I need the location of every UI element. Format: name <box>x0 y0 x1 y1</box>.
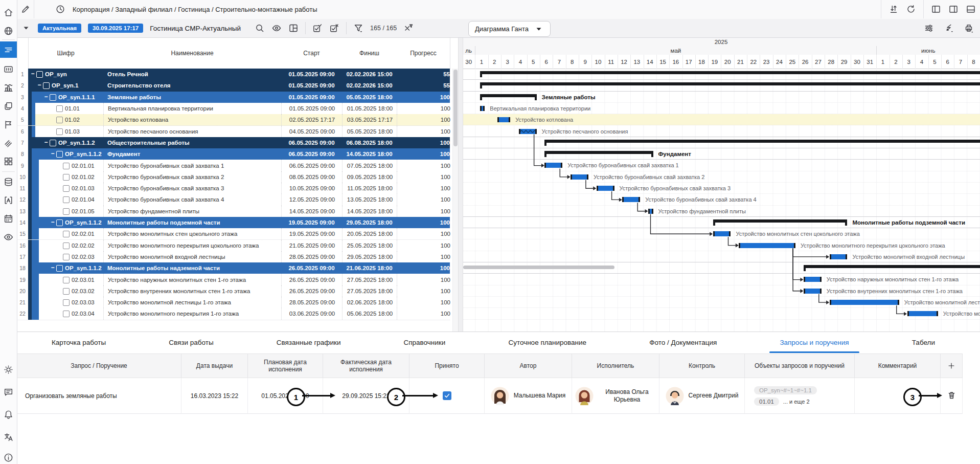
gantt-bar-task-17[interactable] <box>830 254 848 259</box>
gantt-bar-task-6[interactable] <box>519 129 537 134</box>
chevron-down-icon[interactable] <box>21 23 31 33</box>
gantt-bar-task-16[interactable] <box>739 243 795 248</box>
sidebar-item-apps[interactable] <box>0 153 17 169</box>
table-scrollbar-thumb[interactable] <box>453 70 458 146</box>
gantt-bar-summary-2[interactable] <box>480 82 980 85</box>
task-row-14[interactable]: 14−OP_syn.1.1.2Монолитные работы подземн… <box>17 217 458 228</box>
sync-icon[interactable] <box>888 4 899 14</box>
tab-7[interactable]: Запросы и поручения <box>768 332 860 353</box>
tab-3[interactable]: Связанные графики <box>265 332 352 353</box>
row-checkbox[interactable] <box>56 117 63 123</box>
gantt-bar-task-20[interactable] <box>804 289 822 294</box>
collapse-toggle[interactable]: − <box>30 70 35 77</box>
row-checkbox[interactable] <box>43 82 50 89</box>
column-header-1[interactable]: Шифр <box>28 37 104 69</box>
collapse-toggle[interactable]: − <box>37 81 42 89</box>
panel-splitter[interactable] <box>458 19 463 332</box>
sidebar-item-copy[interactable] <box>0 98 17 114</box>
task-row-4[interactable]: 401.01Вертикальная планировка территории… <box>17 103 458 114</box>
gantt-settings-icon[interactable] <box>924 23 934 33</box>
task-row-22[interactable]: 2202.03.04Устройство монолитного перекры… <box>17 308 458 319</box>
refresh-icon[interactable] <box>906 4 916 14</box>
delete-order-button[interactable] <box>946 389 958 403</box>
gantt-bar-summary-8[interactable] <box>544 151 653 154</box>
sidebar-item-resources[interactable] <box>0 79 17 96</box>
task-row-9[interactable]: 902.01.01Устройство буронабивных свай за… <box>17 160 458 171</box>
task-row-10[interactable]: 1002.01.02Устройство буронабивных свай з… <box>17 171 458 183</box>
gantt-bar-summary-3[interactable] <box>480 94 537 97</box>
gantt-bar-task-19[interactable] <box>804 277 822 282</box>
task-row-3[interactable]: 3−OP_syn.1.1.1Земляные работы01.05.2025 … <box>17 92 458 103</box>
task-row-15[interactable]: 1502.02.01Устройство монолитных стен цок… <box>17 228 458 239</box>
tab-2[interactable]: Связи работы <box>157 332 224 353</box>
sidebar-item-label[interactable] <box>0 192 17 208</box>
gantt-bar-task-11[interactable] <box>597 186 614 191</box>
tab-5[interactable]: Суточное планирование <box>497 332 598 353</box>
row-checkbox[interactable] <box>56 105 63 112</box>
row-checkbox[interactable] <box>63 208 70 215</box>
task-row-11[interactable]: 1102.01.03Устройство буронабивных свай з… <box>17 183 458 194</box>
sidebar-item-info[interactable] <box>0 449 17 464</box>
row-checkbox[interactable] <box>63 163 70 169</box>
column-header-5[interactable]: Прогресс <box>397 37 450 69</box>
task-row-6[interactable]: 601.03Устройство песчаного основания04.0… <box>17 126 458 137</box>
print-icon[interactable] <box>964 23 974 33</box>
task-row-16[interactable]: 1602.02.02Устройство монолитного перекры… <box>17 240 458 251</box>
row-checkbox[interactable] <box>63 299 70 306</box>
visibility-icon[interactable] <box>271 23 282 33</box>
layout-right-panel-icon[interactable] <box>948 4 959 14</box>
task-row-1[interactable]: 1−OP_synОтель Речной01.05.2025 09:0002.0… <box>17 69 458 80</box>
dependencies-icon[interactable] <box>944 23 954 33</box>
task-row-17[interactable]: 1702.02.03Устройство монолитной входной … <box>17 251 458 262</box>
gantt-bar-task-15[interactable] <box>713 231 731 236</box>
check-all-icon[interactable] <box>312 23 323 33</box>
edit-button[interactable] <box>17 0 34 18</box>
row-checkbox[interactable] <box>63 231 70 237</box>
breadcrumb[interactable]: Корпорация / Западный филиал / Гостиница… <box>73 6 317 13</box>
row-checkbox[interactable] <box>63 288 70 295</box>
column-header-4[interactable]: Финиш <box>342 37 397 69</box>
collapse-toggle[interactable]: − <box>43 93 49 100</box>
sidebar-item-database[interactable] <box>0 173 17 190</box>
task-row-21[interactable]: 2102.03.03Устройство монолитной лестницы… <box>17 297 458 308</box>
filter-icon[interactable] <box>353 23 363 33</box>
collapse-toggle[interactable]: − <box>50 218 55 226</box>
view-selector[interactable]: Диаграмма Ганта <box>468 21 551 37</box>
gantt-bar-summary-7[interactable] <box>544 140 980 143</box>
task-row-19[interactable]: 1902.03.01Устройство наружных монолитных… <box>17 274 458 285</box>
sidebar-item-flag[interactable] <box>0 116 17 132</box>
row-checkbox[interactable] <box>50 94 56 101</box>
task-row-13[interactable]: 1302.01.05Устройство фундаментной плиты1… <box>17 206 458 217</box>
column-header-3[interactable]: Старт <box>281 37 343 69</box>
sidebar-item-home[interactable] <box>0 4 17 20</box>
clear-filter-icon[interactable] <box>403 23 414 33</box>
sidebar-item-globe[interactable] <box>0 23 17 39</box>
object-chip[interactable]: OP_syn~#~1~#~1.1 <box>754 386 817 394</box>
uncheck-all-icon[interactable] <box>329 23 339 33</box>
gantt-bar-task-9[interactable] <box>544 163 562 168</box>
row-checkbox[interactable] <box>56 265 63 272</box>
sidebar-item-theme[interactable] <box>0 361 17 378</box>
row-checkbox[interactable] <box>63 277 70 283</box>
row-checkbox[interactable] <box>63 242 70 249</box>
task-row-7[interactable]: 7−OP_syn.1.1.2Общестроительные работы06.… <box>17 137 458 148</box>
gantt-bar-summary-18[interactable] <box>804 265 980 268</box>
layout-bottom-panel-icon[interactable] <box>966 4 976 14</box>
sidebar-item-notifications[interactable] <box>0 406 17 423</box>
gantt-bar-summary-14[interactable] <box>713 219 848 223</box>
history-icon[interactable] <box>55 4 65 14</box>
sidebar-item-eye[interactable] <box>0 229 17 245</box>
row-checkbox[interactable] <box>63 185 70 192</box>
layout-left-panel-icon[interactable] <box>931 4 941 14</box>
column-header-2[interactable]: Наименование <box>103 37 282 69</box>
row-checkbox[interactable] <box>63 174 70 181</box>
row-checkbox[interactable] <box>63 311 70 317</box>
row-checkbox[interactable] <box>36 71 43 78</box>
table-scrollbar-track[interactable] <box>452 69 458 332</box>
sidebar-item-calendar[interactable] <box>0 210 17 227</box>
sidebar-item-card[interactable] <box>0 61 17 77</box>
task-row-12[interactable]: 1202.01.04Устройство буронабивных свай з… <box>17 194 458 205</box>
search-icon[interactable] <box>255 23 265 33</box>
task-row-20[interactable]: 2002.03.02Устройство внутренних монолитн… <box>17 285 458 297</box>
collapse-toggle[interactable]: − <box>50 150 55 157</box>
